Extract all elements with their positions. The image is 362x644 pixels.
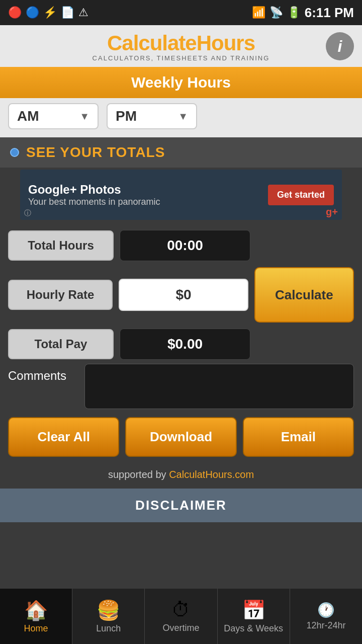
pm-value: PM <box>116 108 178 124</box>
ad-text-block: Google+ Photos Your best moments in pano… <box>28 183 160 207</box>
comments-label: Comments <box>8 364 78 383</box>
status-icons-left: 🔴 🔵 ⚡ 📄 ⚠ <box>8 6 88 19</box>
blue-dot-icon <box>10 148 19 157</box>
action-buttons: Clear All Download Email <box>0 417 362 465</box>
status-bar: 🔴 🔵 ⚡ 📄 ⚠ 📶 📡 🔋 6:11 PM <box>0 0 362 25</box>
nav-item-12hr-24hr[interactable]: 🕐 12hr-24hr <box>290 589 362 644</box>
pm-arrow-icon: ▼ <box>178 111 188 122</box>
nav-item-lunch[interactable]: 🍔 Lunch <box>72 589 145 644</box>
ad-info-icon: ⓘ <box>24 209 31 218</box>
gplus-icon: g+ <box>326 206 338 218</box>
home-icon: 🏠 <box>24 599 48 621</box>
hourly-rate-label: Hourly Rate <box>8 280 113 310</box>
total-hours-row: Total Hours 00:00 <box>8 230 354 261</box>
ad-subtitle: Your best moments in panoramic <box>28 197 160 207</box>
disclaimer-bar: DISCLAIMER <box>0 489 362 522</box>
am-arrow-icon: ▼ <box>79 111 89 122</box>
file-icon: 📄 <box>61 6 74 19</box>
total-hours-value: 00:00 <box>120 230 250 261</box>
status-time: 6:11 PM <box>305 5 354 21</box>
wifi-icon: 📶 <box>252 6 265 19</box>
warning-icon: ⚠ <box>78 6 88 19</box>
ampm-row: AM ▼ PM ▼ <box>0 98 362 137</box>
signal-icon: 📡 <box>269 6 283 19</box>
app-logo: CalculateHours <box>107 31 255 55</box>
logo-part1: Calculate <box>107 31 197 55</box>
calculate-button[interactable]: Calculate <box>254 267 354 323</box>
hourly-rate-row: Hourly Rate $0 Calculate <box>8 267 354 323</box>
pm-select[interactable]: PM ▼ <box>107 103 197 129</box>
battery-icon: 🔋 <box>287 6 301 19</box>
am-value: AM <box>17 108 79 124</box>
totals-section: Total Hours 00:00 Hourly Rate $0 Calcula… <box>0 222 362 364</box>
app-header: CalculateHours CALCULATORS, TIMESHEETS A… <box>0 25 362 98</box>
days-weeks-icon: 📅 <box>242 599 265 621</box>
usb-icon: ⚡ <box>43 6 57 19</box>
site-link[interactable]: CalculatHours.com <box>169 469 254 480</box>
total-pay-row: Total Pay $0.00 <box>8 329 354 360</box>
nav-label-days-weeks: Days & Weeks <box>224 623 283 634</box>
comments-input[interactable] <box>84 364 354 409</box>
bottom-nav: 🏠 Home 🍔 Lunch ⏱ Overtime 📅 Days & Weeks… <box>0 589 362 644</box>
download-button[interactable]: Download <box>125 417 236 457</box>
overtime-icon: ⏱ <box>171 599 191 621</box>
nav-label-home: Home <box>24 623 48 634</box>
hourly-rate-input[interactable]: $0 <box>119 279 248 311</box>
supported-by-text: supported by <box>108 469 166 480</box>
see-totals-bar: SEE YOUR TOTALS <box>0 137 362 168</box>
app-subtitle: CALCULATORS, TIMESHEETS AND TRAINING <box>93 54 270 62</box>
app-icon-1: 🔴 <box>8 6 22 19</box>
lunch-icon: 🍔 <box>97 599 120 621</box>
status-icons-right: 📶 📡 🔋 6:11 PM <box>252 5 354 21</box>
nav-label-12hr-24hr: 12hr-24hr <box>306 620 345 631</box>
weekly-hours-bar: Weekly Hours <box>0 67 362 98</box>
nav-item-days-weeks[interactable]: 📅 Days & Weeks <box>218 589 290 644</box>
nav-label-lunch: Lunch <box>96 623 121 634</box>
total-pay-value: $0.00 <box>120 329 250 360</box>
see-totals-label: SEE YOUR TOTALS <box>26 144 165 160</box>
logo-part2: Hours <box>197 31 255 55</box>
12hr-24hr-icon: 🕐 <box>317 602 335 618</box>
nav-label-overtime: Overtime <box>163 623 200 633</box>
total-hours-label: Total Hours <box>8 230 114 261</box>
comments-section: Comments <box>0 364 362 417</box>
info-button[interactable]: i <box>326 32 354 60</box>
nav-item-overtime[interactable]: ⏱ Overtime <box>145 589 217 644</box>
app-icon-2: 🔵 <box>26 6 39 19</box>
ad-banner[interactable]: Google+ Photos Your best moments in pano… <box>20 170 342 220</box>
email-button[interactable]: Email <box>243 417 354 457</box>
am-select[interactable]: AM ▼ <box>8 103 99 129</box>
clear-all-button[interactable]: Clear All <box>8 417 119 457</box>
total-pay-label: Total Pay <box>8 329 114 359</box>
ad-title: Google+ Photos <box>28 183 160 197</box>
supported-by: supported by CalculatHours.com <box>0 465 362 485</box>
ad-get-started-button[interactable]: Get started <box>268 185 334 205</box>
nav-item-home[interactable]: 🏠 Home <box>0 589 72 644</box>
